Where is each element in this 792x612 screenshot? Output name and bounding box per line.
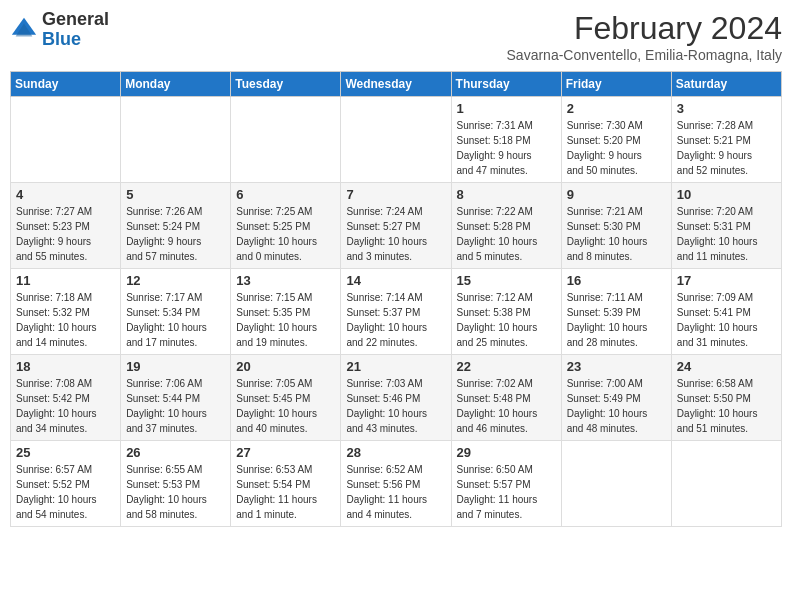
calendar-cell: 19Sunrise: 7:06 AM Sunset: 5:44 PM Dayli…: [121, 355, 231, 441]
col-header-saturday: Saturday: [671, 72, 781, 97]
day-info: Sunrise: 7:31 AM Sunset: 5:18 PM Dayligh…: [457, 118, 556, 178]
col-header-tuesday: Tuesday: [231, 72, 341, 97]
calendar-cell: 2Sunrise: 7:30 AM Sunset: 5:20 PM Daylig…: [561, 97, 671, 183]
calendar-cell: [231, 97, 341, 183]
day-info: Sunrise: 7:08 AM Sunset: 5:42 PM Dayligh…: [16, 376, 115, 436]
day-number: 16: [567, 273, 666, 288]
day-number: 24: [677, 359, 776, 374]
day-number: 12: [126, 273, 225, 288]
calendar-week-row: 25Sunrise: 6:57 AM Sunset: 5:52 PM Dayli…: [11, 441, 782, 527]
col-header-monday: Monday: [121, 72, 231, 97]
calendar-cell: 7Sunrise: 7:24 AM Sunset: 5:27 PM Daylig…: [341, 183, 451, 269]
calendar-cell: 10Sunrise: 7:20 AM Sunset: 5:31 PM Dayli…: [671, 183, 781, 269]
calendar-cell: 27Sunrise: 6:53 AM Sunset: 5:54 PM Dayli…: [231, 441, 341, 527]
day-info: Sunrise: 7:02 AM Sunset: 5:48 PM Dayligh…: [457, 376, 556, 436]
day-number: 20: [236, 359, 335, 374]
logo: General Blue: [10, 10, 109, 50]
calendar-cell: 12Sunrise: 7:17 AM Sunset: 5:34 PM Dayli…: [121, 269, 231, 355]
calendar-cell: 17Sunrise: 7:09 AM Sunset: 5:41 PM Dayli…: [671, 269, 781, 355]
logo-blue: Blue: [42, 29, 81, 49]
day-info: Sunrise: 7:11 AM Sunset: 5:39 PM Dayligh…: [567, 290, 666, 350]
day-info: Sunrise: 7:25 AM Sunset: 5:25 PM Dayligh…: [236, 204, 335, 264]
day-info: Sunrise: 6:50 AM Sunset: 5:57 PM Dayligh…: [457, 462, 556, 522]
day-info: Sunrise: 7:30 AM Sunset: 5:20 PM Dayligh…: [567, 118, 666, 178]
day-number: 23: [567, 359, 666, 374]
day-info: Sunrise: 7:28 AM Sunset: 5:21 PM Dayligh…: [677, 118, 776, 178]
day-info: Sunrise: 7:20 AM Sunset: 5:31 PM Dayligh…: [677, 204, 776, 264]
calendar-cell: 25Sunrise: 6:57 AM Sunset: 5:52 PM Dayli…: [11, 441, 121, 527]
calendar-cell: 22Sunrise: 7:02 AM Sunset: 5:48 PM Dayli…: [451, 355, 561, 441]
calendar-table: SundayMondayTuesdayWednesdayThursdayFrid…: [10, 71, 782, 527]
calendar-cell: [11, 97, 121, 183]
calendar-cell: 16Sunrise: 7:11 AM Sunset: 5:39 PM Dayli…: [561, 269, 671, 355]
day-number: 27: [236, 445, 335, 460]
col-header-friday: Friday: [561, 72, 671, 97]
day-info: Sunrise: 7:24 AM Sunset: 5:27 PM Dayligh…: [346, 204, 445, 264]
day-info: Sunrise: 7:14 AM Sunset: 5:37 PM Dayligh…: [346, 290, 445, 350]
calendar-cell: [671, 441, 781, 527]
calendar-header-row: SundayMondayTuesdayWednesdayThursdayFrid…: [11, 72, 782, 97]
day-number: 4: [16, 187, 115, 202]
calendar-cell: 24Sunrise: 6:58 AM Sunset: 5:50 PM Dayli…: [671, 355, 781, 441]
day-number: 17: [677, 273, 776, 288]
calendar-cell: [341, 97, 451, 183]
calendar-cell: 4Sunrise: 7:27 AM Sunset: 5:23 PM Daylig…: [11, 183, 121, 269]
col-header-sunday: Sunday: [11, 72, 121, 97]
day-number: 1: [457, 101, 556, 116]
page-header: General Blue February 2024 Savarna-Conve…: [10, 10, 782, 63]
calendar-week-row: 4Sunrise: 7:27 AM Sunset: 5:23 PM Daylig…: [11, 183, 782, 269]
day-info: Sunrise: 7:22 AM Sunset: 5:28 PM Dayligh…: [457, 204, 556, 264]
day-info: Sunrise: 6:58 AM Sunset: 5:50 PM Dayligh…: [677, 376, 776, 436]
day-info: Sunrise: 7:03 AM Sunset: 5:46 PM Dayligh…: [346, 376, 445, 436]
day-info: Sunrise: 6:52 AM Sunset: 5:56 PM Dayligh…: [346, 462, 445, 522]
day-number: 2: [567, 101, 666, 116]
calendar-cell: 26Sunrise: 6:55 AM Sunset: 5:53 PM Dayli…: [121, 441, 231, 527]
day-number: 14: [346, 273, 445, 288]
col-header-wednesday: Wednesday: [341, 72, 451, 97]
month-title: February 2024: [507, 10, 782, 47]
day-number: 8: [457, 187, 556, 202]
day-number: 5: [126, 187, 225, 202]
logo-general: General: [42, 9, 109, 29]
day-info: Sunrise: 7:21 AM Sunset: 5:30 PM Dayligh…: [567, 204, 666, 264]
day-number: 21: [346, 359, 445, 374]
day-number: 3: [677, 101, 776, 116]
calendar-cell: 11Sunrise: 7:18 AM Sunset: 5:32 PM Dayli…: [11, 269, 121, 355]
calendar-week-row: 11Sunrise: 7:18 AM Sunset: 5:32 PM Dayli…: [11, 269, 782, 355]
day-number: 13: [236, 273, 335, 288]
day-info: Sunrise: 7:26 AM Sunset: 5:24 PM Dayligh…: [126, 204, 225, 264]
day-number: 6: [236, 187, 335, 202]
logo-icon: [10, 16, 38, 44]
day-info: Sunrise: 7:17 AM Sunset: 5:34 PM Dayligh…: [126, 290, 225, 350]
calendar-week-row: 1Sunrise: 7:31 AM Sunset: 5:18 PM Daylig…: [11, 97, 782, 183]
day-number: 10: [677, 187, 776, 202]
calendar-cell: 28Sunrise: 6:52 AM Sunset: 5:56 PM Dayli…: [341, 441, 451, 527]
calendar-cell: 18Sunrise: 7:08 AM Sunset: 5:42 PM Dayli…: [11, 355, 121, 441]
day-number: 18: [16, 359, 115, 374]
day-info: Sunrise: 7:06 AM Sunset: 5:44 PM Dayligh…: [126, 376, 225, 436]
calendar-cell: 9Sunrise: 7:21 AM Sunset: 5:30 PM Daylig…: [561, 183, 671, 269]
calendar-cell: 6Sunrise: 7:25 AM Sunset: 5:25 PM Daylig…: [231, 183, 341, 269]
calendar-cell: 8Sunrise: 7:22 AM Sunset: 5:28 PM Daylig…: [451, 183, 561, 269]
day-number: 7: [346, 187, 445, 202]
calendar-cell: 15Sunrise: 7:12 AM Sunset: 5:38 PM Dayli…: [451, 269, 561, 355]
day-info: Sunrise: 6:55 AM Sunset: 5:53 PM Dayligh…: [126, 462, 225, 522]
day-info: Sunrise: 6:57 AM Sunset: 5:52 PM Dayligh…: [16, 462, 115, 522]
calendar-cell: 5Sunrise: 7:26 AM Sunset: 5:24 PM Daylig…: [121, 183, 231, 269]
calendar-cell: [121, 97, 231, 183]
calendar-cell: 21Sunrise: 7:03 AM Sunset: 5:46 PM Dayli…: [341, 355, 451, 441]
day-info: Sunrise: 7:09 AM Sunset: 5:41 PM Dayligh…: [677, 290, 776, 350]
day-number: 22: [457, 359, 556, 374]
day-number: 11: [16, 273, 115, 288]
location-subtitle: Savarna-Conventello, Emilia-Romagna, Ita…: [507, 47, 782, 63]
calendar-cell: 14Sunrise: 7:14 AM Sunset: 5:37 PM Dayli…: [341, 269, 451, 355]
day-number: 9: [567, 187, 666, 202]
day-info: Sunrise: 7:12 AM Sunset: 5:38 PM Dayligh…: [457, 290, 556, 350]
day-info: Sunrise: 6:53 AM Sunset: 5:54 PM Dayligh…: [236, 462, 335, 522]
day-number: 19: [126, 359, 225, 374]
day-number: 28: [346, 445, 445, 460]
calendar-cell: 29Sunrise: 6:50 AM Sunset: 5:57 PM Dayli…: [451, 441, 561, 527]
calendar-cell: 23Sunrise: 7:00 AM Sunset: 5:49 PM Dayli…: [561, 355, 671, 441]
calendar-cell: [561, 441, 671, 527]
day-number: 25: [16, 445, 115, 460]
